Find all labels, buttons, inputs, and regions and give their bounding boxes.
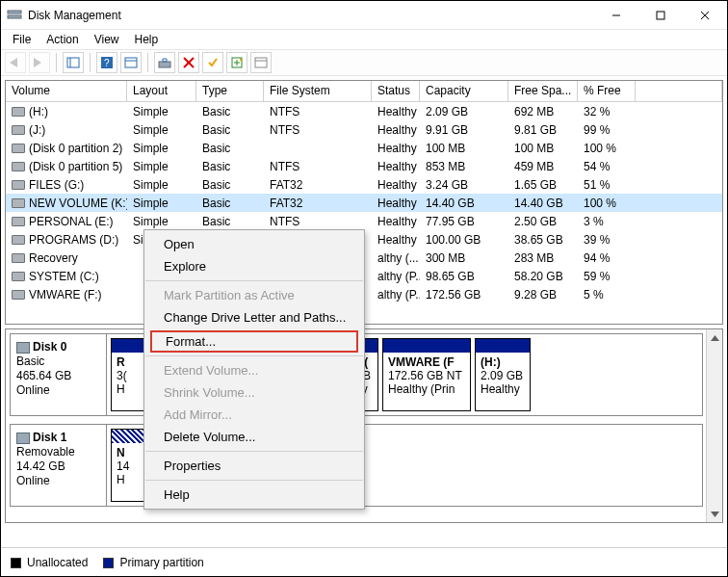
partition-body: VMWARE (F172.56 GB NTHealthy (Prin xyxy=(383,353,470,410)
cell: NTFS xyxy=(264,123,372,137)
volume-icon xyxy=(12,198,25,208)
partition-header xyxy=(476,339,530,353)
show-hide-console-tree-button[interactable] xyxy=(63,52,84,73)
col-free[interactable]: Free Spa... xyxy=(508,81,578,101)
back-button[interactable] xyxy=(5,52,26,73)
cell: 51 % xyxy=(578,178,636,192)
volume-icon xyxy=(12,290,25,300)
volume-icon xyxy=(12,144,25,153)
col-filesystem[interactable]: File System xyxy=(264,81,372,101)
forward-button[interactable] xyxy=(29,52,50,73)
rescan-button[interactable] xyxy=(154,52,175,73)
volume-icon xyxy=(12,180,25,190)
cell: 172.56 GB xyxy=(420,288,508,302)
refresh-button[interactable] xyxy=(120,52,142,73)
table-row[interactable]: (Disk 0 partition 2)SimpleBasicHealthy (… xyxy=(6,139,722,157)
cell: 14.40 GB xyxy=(508,197,578,210)
menu-separator xyxy=(145,355,363,356)
menu-item[interactable]: Open xyxy=(144,233,364,255)
cell: althy (... xyxy=(372,251,420,265)
minimize-button[interactable] xyxy=(594,1,638,30)
table-row[interactable]: PERSONAL (E:)SimpleBasicNTFSHealthy (P..… xyxy=(6,212,722,230)
cell: 9.91 GB xyxy=(420,123,508,137)
scroll-down-icon[interactable] xyxy=(707,506,722,522)
table-row[interactable]: (Disk 0 partition 5)SimpleBasicNTFSHealt… xyxy=(6,157,722,175)
cell: 54 % xyxy=(578,160,636,173)
cell: 38.65 GB xyxy=(508,233,578,247)
menu-item[interactable]: Change Drive Letter and Paths... xyxy=(144,306,364,328)
help-button[interactable]: ? xyxy=(96,52,117,73)
cell: (H:) xyxy=(6,105,127,118)
partition[interactable]: (H:)2.09 GBHealthy xyxy=(475,338,531,411)
table-row[interactable]: (H:)SimpleBasicNTFSHealthy (P...2.09 GB6… xyxy=(6,102,722,120)
table-row[interactable]: (J:)SimpleBasicNTFSHealthy (P...9.91 GB9… xyxy=(6,120,722,139)
check-button[interactable] xyxy=(202,52,223,73)
cell: SYSTEM (C:) xyxy=(6,270,127,283)
close-button[interactable] xyxy=(683,1,727,30)
scroll-up-icon[interactable] xyxy=(707,329,722,346)
cell: 98.65 GB xyxy=(420,270,508,283)
cell: Healthy (P... xyxy=(372,123,420,137)
volume-icon xyxy=(12,253,25,263)
menu-separator xyxy=(145,480,363,481)
menu-action[interactable]: Action xyxy=(39,31,86,48)
col-volume[interactable]: Volume xyxy=(6,81,127,101)
cell: Simple xyxy=(127,215,196,228)
delete-button[interactable] xyxy=(178,52,199,73)
col-type[interactable]: Type xyxy=(196,81,264,101)
svg-line-4 xyxy=(701,12,709,19)
menu-item[interactable]: Format... xyxy=(150,330,358,353)
vertical-scrollbar[interactable] xyxy=(706,329,722,522)
cell: Recovery xyxy=(6,251,127,265)
cell: 100 MB xyxy=(420,142,508,155)
menu-file[interactable]: File xyxy=(5,31,39,48)
col-pctfree[interactable]: % Free xyxy=(578,81,636,101)
svg-rect-0 xyxy=(8,11,21,13)
cell: Healthy (... xyxy=(372,142,420,155)
svg-rect-6 xyxy=(67,58,79,67)
cell: 58.20 GB xyxy=(508,270,578,283)
menu-item[interactable]: Delete Volume... xyxy=(144,426,364,448)
cell: Basic xyxy=(196,105,264,118)
cell: 1.65 GB xyxy=(508,178,578,192)
cell: 59 % xyxy=(578,270,636,283)
cell: Healthy (P... xyxy=(372,178,420,192)
cell: PERSONAL (E:) xyxy=(6,215,127,228)
cell: (Disk 0 partition 5) xyxy=(6,160,127,173)
cell: Basic xyxy=(196,160,264,173)
menu-item[interactable]: Properties xyxy=(144,455,364,477)
cell: Basic xyxy=(196,123,264,137)
col-capacity[interactable]: Capacity xyxy=(420,81,508,101)
table-row[interactable]: FILES (G:)SimpleBasicFAT32Healthy (P...3… xyxy=(6,175,722,194)
col-status[interactable]: Status xyxy=(372,81,420,101)
svg-line-5 xyxy=(701,12,709,19)
svg-rect-16 xyxy=(255,58,267,67)
cell: althy (P... xyxy=(372,270,420,283)
maximize-button[interactable] xyxy=(638,1,683,30)
menu-view[interactable]: View xyxy=(87,31,127,48)
cell: 5 % xyxy=(578,288,636,302)
properties-button[interactable] xyxy=(250,52,272,73)
svg-rect-1 xyxy=(8,15,21,18)
partition[interactable]: VMWARE (F172.56 GB NTHealthy (Prin xyxy=(382,338,471,411)
cell: 2.09 GB xyxy=(420,105,508,118)
volume-icon xyxy=(12,162,25,171)
menu-item: Extend Volume... xyxy=(144,359,364,381)
volume-icon xyxy=(12,235,25,245)
menu-help[interactable]: Help xyxy=(127,31,167,48)
cell: VMWARE (F:) xyxy=(6,288,127,302)
menu-item: Mark Partition as Active xyxy=(144,284,364,306)
cell: 9.81 GB xyxy=(508,123,578,137)
col-layout[interactable]: Layout xyxy=(127,81,196,101)
cell: 39 % xyxy=(578,233,636,247)
toolbar: ? xyxy=(1,49,727,76)
action-button[interactable] xyxy=(226,52,247,73)
cell: (Disk 0 partition 2) xyxy=(6,142,127,155)
table-row[interactable]: NEW VOLUME (K:)SimpleBasicFAT32Healthy (… xyxy=(6,194,722,212)
svg-text:?: ? xyxy=(104,58,110,68)
menu-item[interactable]: Help xyxy=(144,484,364,506)
cell: Simple xyxy=(127,160,196,173)
menu-item[interactable]: Explore xyxy=(144,255,364,277)
cell: 100.00 GB xyxy=(420,233,508,247)
cell: 100 % xyxy=(578,142,636,155)
